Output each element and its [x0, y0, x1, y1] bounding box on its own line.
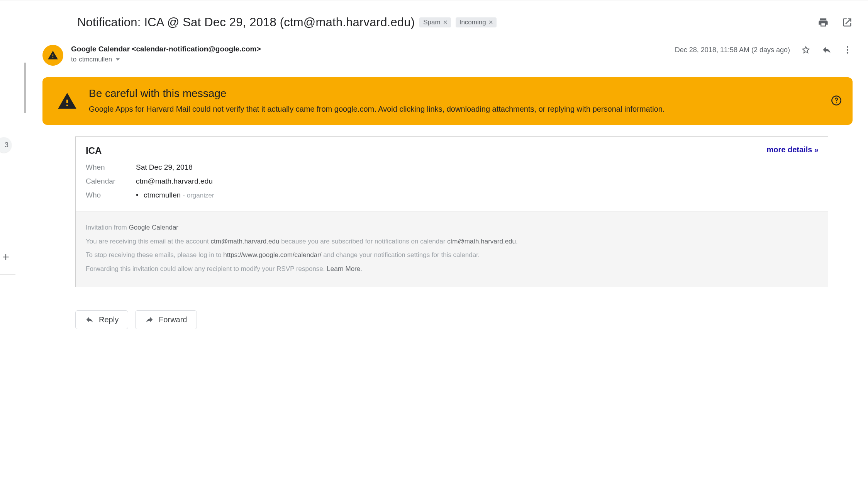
top-divider [0, 0, 868, 0]
